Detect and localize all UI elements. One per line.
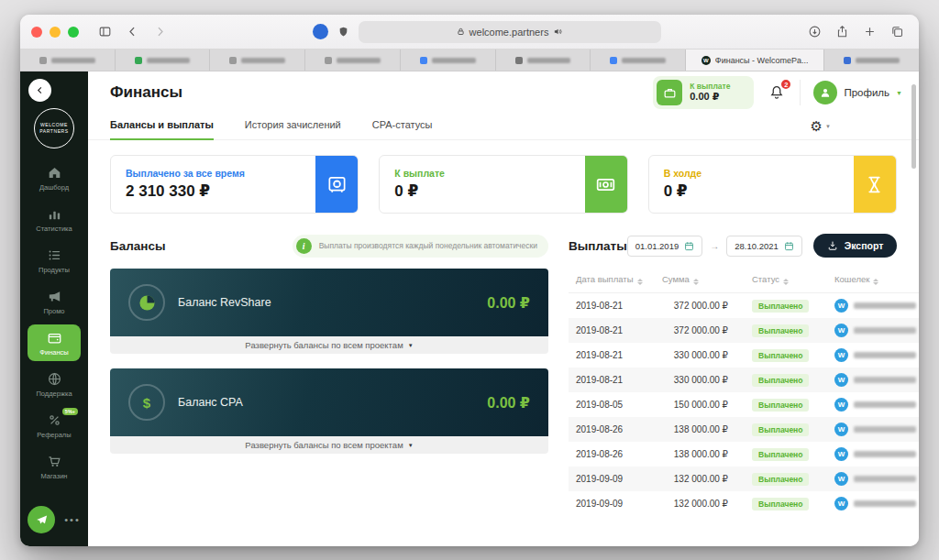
chevron-down-icon: ▼: [825, 124, 831, 129]
stat-value: 0 ₽: [664, 181, 854, 201]
browser-tab[interactable]: [116, 49, 211, 71]
webmoney-icon: W: [834, 324, 848, 337]
sidebar-nav: ДашбордСтатистикаПродуктыПромоФинансыПод…: [28, 159, 81, 489]
sidebar-item-referrals[interactable]: Рефералы5%+: [28, 407, 81, 444]
sort-column-3[interactable]: Кошелек: [827, 267, 919, 293]
notifications-button[interactable]: 2: [767, 82, 787, 103]
caret-down-icon: ▼: [408, 343, 414, 348]
sidebar-item-support[interactable]: Поддержка: [28, 366, 81, 402]
payout-status: Выплачено: [745, 392, 827, 417]
tab-favicon: W: [701, 56, 711, 65]
shield-extension-icon[interactable]: [336, 24, 351, 39]
payouts-controls: 01.01.2019 → 28.10.2021 Экспорт: [627, 234, 898, 258]
tab-bar: WФинансы - WelcomePa...: [20, 49, 919, 71]
info-banner: i Выплаты производятся каждый понедельни…: [293, 235, 548, 258]
caret-down-icon: ▼: [408, 443, 414, 448]
payout-amount: 150 000.00 ₽: [655, 392, 745, 417]
tab-overview-icon[interactable]: [886, 21, 908, 43]
audio-icon: [553, 27, 563, 37]
share-icon[interactable]: [831, 21, 853, 43]
globe-icon: [47, 371, 62, 387]
payout-amount: 372 000.00 ₽: [655, 318, 745, 343]
table-row[interactable]: 2019-08-26138 000.00 ₽ВыплаченоW: [569, 417, 919, 442]
adblock-extension-icon[interactable]: [313, 24, 328, 39]
settings-button[interactable]: ⚙ ▼: [811, 119, 831, 139]
expand-balances-button[interactable]: Развернуть балансы по всем проектам▼: [110, 436, 548, 454]
browser-tab[interactable]: [496, 49, 591, 71]
payout-button[interactable]: К выплате 0.00 ₽: [653, 76, 754, 109]
wallet-number-blurred: [854, 377, 916, 383]
address-bar[interactable]: welcome.partners: [359, 21, 661, 43]
sidebar-item-promo[interactable]: Промо: [28, 283, 81, 320]
main-content: Финансы К выплате 0.00 ₽ 2: [88, 71, 919, 546]
avatar: [813, 81, 837, 104]
table-row[interactable]: 2019-09-09132 000.00 ₽ВыплаченоW: [569, 491, 919, 516]
tab-favicon: [229, 57, 237, 64]
browser-tab[interactable]: [210, 49, 305, 71]
date-to-input[interactable]: 28.10.2021: [726, 236, 802, 257]
browser-tab[interactable]: WФинансы - WelcomePa...: [686, 49, 824, 71]
telegram-button[interactable]: [28, 506, 55, 533]
sidebar-item-stats[interactable]: Статистика: [28, 201, 81, 237]
tab-cpa[interactable]: CPA-статусы: [372, 119, 433, 139]
tab-balances[interactable]: Балансы и выплаты: [110, 119, 214, 140]
tab-title-blurred: [527, 58, 571, 63]
scrollbar-thumb[interactable]: [911, 84, 916, 169]
stat-cards-row: Выплачено за все время2 310 330 ₽К выпла…: [110, 155, 897, 214]
browser-tab[interactable]: [20, 49, 116, 71]
webmoney-icon: W: [834, 348, 848, 362]
balances-section: Балансы i Выплаты производятся каждый по…: [110, 234, 548, 546]
browser-tab[interactable]: [824, 49, 919, 71]
status-badge: Выплачено: [752, 349, 809, 362]
traffic-lights: [31, 27, 79, 38]
payout-value: 0.00 ₽: [690, 91, 730, 104]
table-row[interactable]: 2019-08-21330 000.00 ₽ВыплаченоW: [569, 368, 919, 392]
referral-badge: 5%+: [62, 408, 78, 415]
stat-value: 2 310 330 ₽: [126, 181, 315, 201]
sort-column-1[interactable]: Сумма: [655, 267, 745, 293]
back-nav-icon[interactable]: [121, 21, 143, 43]
forward-nav-icon[interactable]: [149, 21, 171, 43]
sidebar-item-products[interactable]: Продукты: [28, 242, 81, 279]
tab-favicon: [325, 57, 332, 64]
payout-status: Выплачено: [745, 368, 827, 392]
balance-title: Баланс RevShare: [178, 296, 271, 309]
table-row[interactable]: 2019-08-05150 000.00 ₽ВыплаченоW: [569, 392, 919, 417]
sidebar-toggle-icon[interactable]: [94, 21, 116, 43]
webmoney-icon: W: [834, 373, 848, 387]
table-row[interactable]: 2019-08-21372 000.00 ₽ВыплаченоW: [569, 318, 919, 343]
status-badge: Выплачено: [752, 498, 809, 511]
status-badge: Выплачено: [752, 448, 809, 461]
table-row[interactable]: 2019-08-26138 000.00 ₽ВыплаченоW: [569, 442, 919, 467]
tab-history[interactable]: История зачислений: [245, 119, 341, 139]
dollar-icon: $: [128, 384, 165, 421]
zoom-window-button[interactable]: [68, 27, 79, 38]
expand-balances-button[interactable]: Развернуть балансы по всем проектам▼: [110, 336, 548, 354]
table-row[interactable]: 2019-08-21330 000.00 ₽ВыплаченоW: [569, 343, 919, 368]
minimize-window-button[interactable]: [50, 27, 61, 38]
date-from-input[interactable]: 01.01.2019: [627, 236, 703, 257]
tab-title-blurred: [147, 58, 191, 63]
profile-menu[interactable]: Профиль ▼: [813, 81, 902, 104]
sort-column-2[interactable]: Статус: [745, 267, 827, 293]
back-button[interactable]: [28, 79, 51, 102]
sort-column-0[interactable]: Дата выплаты: [569, 267, 655, 293]
table-row[interactable]: 2019-09-09132 000.00 ₽ВыплаченоW: [569, 467, 919, 491]
wallet-number-blurred: [854, 327, 916, 334]
browser-tab[interactable]: [305, 49, 401, 71]
sidebar-item-label: Магазин: [41, 472, 68, 480]
table-row[interactable]: 2019-08-21372 000.00 ₽ВыплаченоW: [569, 293, 919, 319]
export-button[interactable]: Экспорт: [813, 234, 898, 258]
browser-tab[interactable]: [401, 49, 496, 71]
new-tab-icon[interactable]: [858, 21, 880, 43]
sidebar-item-dashboard[interactable]: Дашборд: [28, 159, 81, 196]
sidebar-item-shop[interactable]: Магазин: [28, 448, 81, 485]
close-window-button[interactable]: [31, 27, 42, 38]
downloads-icon[interactable]: [803, 21, 825, 43]
wallet-number-blurred: [854, 426, 916, 433]
sidebar-footer: •••: [28, 506, 81, 533]
sort-icon: [783, 279, 789, 285]
browser-tab[interactable]: [591, 49, 686, 71]
more-button[interactable]: •••: [64, 514, 81, 525]
sidebar-item-finance[interactable]: Финансы: [28, 324, 81, 361]
